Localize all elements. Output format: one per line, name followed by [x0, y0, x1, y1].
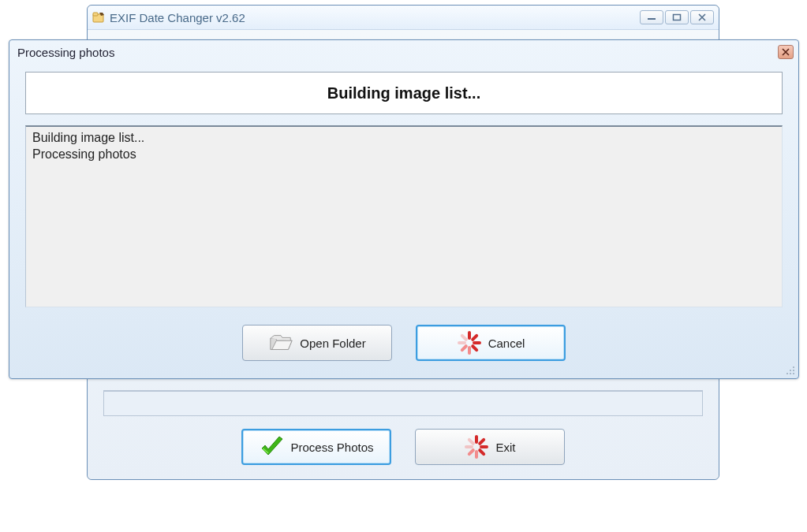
dialog-button-row: Open Folder Cancel: [25, 325, 783, 361]
svg-point-4: [793, 366, 794, 368]
dialog-title: Processing photos: [17, 46, 778, 59]
cancel-label: Cancel: [488, 337, 525, 350]
svg-rect-1: [93, 13, 98, 16]
checkmark-icon: [259, 434, 284, 459]
process-photos-button[interactable]: Process Photos: [241, 429, 391, 465]
svg-point-6: [793, 370, 794, 371]
loading-spinner-icon: [457, 330, 482, 355]
main-panel-strip: [103, 390, 703, 416]
loading-spinner-icon: [464, 434, 489, 459]
open-folder-label: Open Folder: [300, 337, 365, 350]
exit-label: Exit: [495, 441, 515, 454]
dialog-body: Building image list... Building image li…: [9, 62, 798, 378]
log-textbox[interactable]: Building image list... Processing photos: [25, 125, 783, 307]
resize-grip[interactable]: [785, 365, 796, 376]
window-controls: [640, 10, 714, 24]
close-button[interactable]: [690, 10, 714, 24]
open-folder-button[interactable]: Open Folder: [242, 325, 392, 361]
svg-rect-2: [648, 18, 656, 20]
svg-rect-3: [674, 15, 681, 20]
status-banner: Building image list...: [25, 72, 783, 114]
cancel-button[interactable]: Cancel: [416, 325, 566, 361]
app-icon: [92, 11, 105, 24]
main-button-row: Process Photos Exit: [88, 429, 719, 465]
processing-dialog: Processing photos Building image list...…: [9, 39, 799, 379]
svg-point-7: [786, 373, 788, 374]
exit-button[interactable]: Exit: [415, 429, 565, 465]
folder-open-icon: [268, 330, 293, 355]
minimize-button[interactable]: [640, 10, 663, 24]
status-text: Building image list...: [327, 84, 480, 102]
svg-point-8: [790, 373, 791, 374]
main-window-title: EXIF Date Changer v2.62: [110, 11, 640, 24]
process-photos-label: Process Photos: [290, 441, 373, 454]
maximize-button[interactable]: [665, 10, 689, 24]
svg-point-5: [790, 370, 791, 371]
main-titlebar[interactable]: EXIF Date Changer v2.62: [88, 6, 719, 30]
dialog-titlebar[interactable]: Processing photos: [9, 40, 798, 62]
dialog-close-button[interactable]: [778, 45, 794, 59]
svg-point-9: [793, 373, 794, 374]
